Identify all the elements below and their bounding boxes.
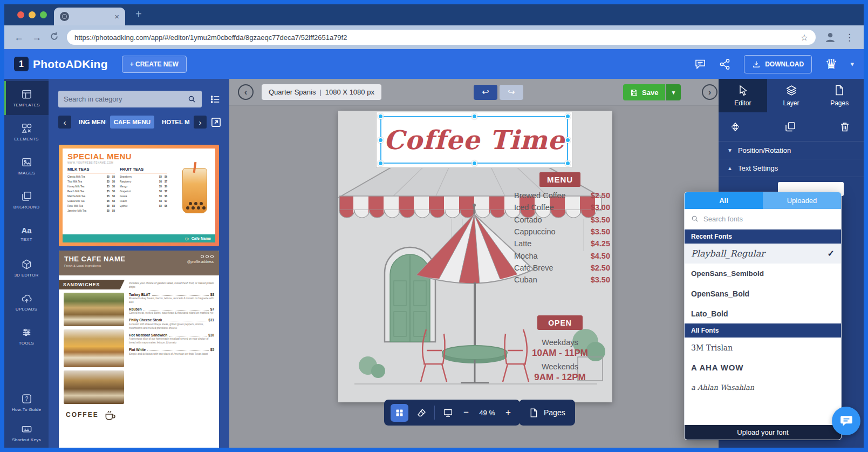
- tab-layer[interactable]: Layer: [767, 79, 816, 112]
- close-window-button[interactable]: [17, 11, 24, 18]
- font-item-a-aha-wow[interactable]: A AHA WOW: [685, 357, 841, 377]
- tea-item-row: Thai Milk Tea$5$6: [67, 180, 115, 185]
- font-tab-all[interactable]: All: [685, 192, 763, 209]
- category-search-input[interactable]: [64, 95, 188, 103]
- open-badge[interactable]: OPEN: [537, 315, 583, 330]
- menu-badge[interactable]: MENU: [539, 172, 580, 187]
- text-icon: Aa: [21, 226, 31, 234]
- selection-handle[interactable]: [378, 113, 384, 119]
- categories-prev-button[interactable]: ‹: [58, 116, 71, 129]
- share-icon[interactable]: [719, 58, 731, 70]
- selection-handle[interactable]: [378, 137, 384, 143]
- font-item-playball[interactable]: Playball_Regular ✓: [685, 244, 841, 264]
- document-title[interactable]: Quarter Spanis | 1080 X 1080 px: [262, 84, 381, 100]
- sidebar-item-uploads[interactable]: UPLOADS: [4, 285, 49, 319]
- redo-button[interactable]: ↪: [500, 85, 523, 100]
- font-tab-uploaded[interactable]: Uploaded: [763, 192, 841, 209]
- chat-widget-button[interactable]: [832, 407, 860, 435]
- category-tab-wedding-menu[interactable]: ING MENU: [75, 116, 106, 129]
- new-tab-button[interactable]: +: [135, 8, 142, 21]
- prev-template-icon[interactable]: ‹: [238, 84, 254, 100]
- expand-categories-icon[interactable]: [210, 117, 222, 128]
- photoadking-logo[interactable]: 1 PhotoADKing: [14, 57, 108, 71]
- font-search-input[interactable]: [703, 215, 835, 223]
- category-tab-cafe-menu[interactable]: CAFE MENU: [110, 116, 154, 129]
- sidebar-item-elements[interactable]: ELEMENTS: [4, 115, 49, 149]
- forward-icon[interactable]: →: [32, 32, 42, 42]
- design-price-list[interactable]: Brewed Coffee$2.50Iced Coffee$3.00Cortad…: [514, 190, 610, 286]
- save-button[interactable]: Save: [623, 84, 665, 100]
- selection-handle[interactable]: [565, 160, 571, 166]
- font-item-opensans-bold[interactable]: OpenSans_Bold: [685, 284, 841, 303]
- profile-avatar[interactable]: [824, 31, 837, 44]
- special-menu-card: SPECIAL MENU WWW.YOURWEBSITENAME.COM MIL…: [63, 149, 215, 242]
- font-item-3m-trislan[interactable]: 3M Trislan: [685, 338, 841, 357]
- selection-handle[interactable]: [565, 113, 571, 119]
- browser-menu-icon[interactable]: ⋮: [845, 32, 854, 43]
- canvas-area[interactable]: ‹ Quarter Spanis | 1080 X 1080 px ↩ ↪ Sa…: [229, 79, 719, 448]
- design-hours[interactable]: Weekdays10AM - 11PMWeekends9AM - 12PM: [511, 334, 609, 383]
- tab-editor[interactable]: Editor: [719, 79, 767, 112]
- feedback-icon[interactable]: [694, 58, 706, 70]
- address-bar[interactable]: ☆: [67, 30, 816, 45]
- social-icons: [187, 255, 214, 258]
- sidebar-item-text[interactable]: Aa TEXT: [4, 217, 49, 251]
- undo-button[interactable]: ↩: [474, 85, 497, 100]
- create-new-button[interactable]: + CREATE NEW: [122, 56, 187, 73]
- selection-handle[interactable]: [378, 160, 384, 166]
- pages-button[interactable]: Pages: [519, 400, 575, 426]
- zoom-out-button[interactable]: −: [461, 407, 471, 418]
- font-item-opensans-semibold[interactable]: OpenSans_Semibold: [685, 264, 841, 284]
- upload-font-button[interactable]: Upload your font: [685, 425, 841, 440]
- sidebar-item-background[interactable]: BKGROUND: [4, 183, 49, 217]
- font-item-ahlan-wasahlan[interactable]: a Ahlan Wasahlan: [685, 377, 841, 397]
- account-chevron-icon[interactable]: ▾: [850, 60, 854, 68]
- sidebar-item-how-to-guide[interactable]: ? How-To Guide: [4, 387, 49, 417]
- selected-text-element[interactable]: Coffee Time: [376, 112, 572, 168]
- design-canvas[interactable]: Coffee Time MENU Brewed Coffee$2.50Iced …: [338, 111, 612, 402]
- minimize-window-button[interactable]: [29, 11, 36, 18]
- list-view-icon[interactable]: [210, 94, 221, 105]
- flip-icon[interactable]: [729, 121, 741, 133]
- tab-pages[interactable]: Pages: [815, 79, 864, 112]
- grid-view-button[interactable]: [391, 404, 408, 422]
- selection-handle[interactable]: [471, 160, 477, 166]
- save-dropdown-button[interactable]: ▼: [666, 84, 681, 100]
- selection-handle[interactable]: [471, 113, 477, 119]
- download-button[interactable]: DOWNLOAD: [744, 55, 812, 73]
- font-item-lato-bold[interactable]: Lato_Bold: [685, 303, 841, 323]
- font-search[interactable]: [685, 209, 841, 230]
- back-icon[interactable]: ←: [14, 32, 24, 42]
- refresh-icon[interactable]: [50, 32, 59, 43]
- browser-tab[interactable]: ×: [54, 8, 125, 25]
- search-icon[interactable]: [188, 95, 196, 104]
- sidebar-item-tools[interactable]: TOOLS: [4, 319, 49, 353]
- selection-handle[interactable]: [565, 137, 571, 143]
- eraser-icon[interactable]: [414, 405, 429, 420]
- premium-queen-icon[interactable]: ♛: [825, 57, 837, 71]
- category-search[interactable]: [58, 91, 202, 107]
- section-position-rotation[interactable]: ▼ Position/Rotation: [719, 141, 864, 159]
- template-cafe-name[interactable]: THE CAFE NAME Fresh & Local Ingredients …: [59, 251, 219, 448]
- design-heading-text[interactable]: Coffee Time: [377, 112, 572, 167]
- tea-item-row: Guava$5$6: [120, 194, 167, 199]
- category-tab-hotel-menu[interactable]: HOTEL ME: [158, 116, 190, 129]
- sidebar-item-images[interactable]: IMAGES: [4, 149, 49, 183]
- page-icon: [529, 408, 539, 418]
- delete-icon[interactable]: [839, 121, 851, 133]
- sidebar-item-shortcut-keys[interactable]: Shortcut Keys: [4, 417, 49, 448]
- zoom-in-button[interactable]: +: [503, 407, 514, 418]
- tab-close-icon[interactable]: ×: [114, 12, 119, 21]
- next-template-icon[interactable]: ›: [702, 84, 717, 100]
- template-special-menu[interactable]: SPECIAL MENU WWW.YOURWEBSITENAME.COM MIL…: [59, 145, 219, 246]
- categories-next-button[interactable]: ›: [194, 116, 207, 129]
- url-input[interactable]: [74, 33, 795, 42]
- selected-check-icon: ✓: [828, 248, 835, 259]
- sidebar-item-3d-editor[interactable]: 3D EDITOR: [4, 251, 49, 285]
- sidebar-item-templates[interactable]: TEMPLATES: [4, 81, 49, 115]
- maximize-window-button[interactable]: [40, 11, 47, 18]
- duplicate-icon[interactable]: [784, 121, 796, 133]
- bookmark-star-icon[interactable]: ☆: [801, 32, 808, 43]
- present-icon[interactable]: [440, 405, 455, 420]
- section-text-settings[interactable]: ▲ Text Settings: [719, 159, 864, 177]
